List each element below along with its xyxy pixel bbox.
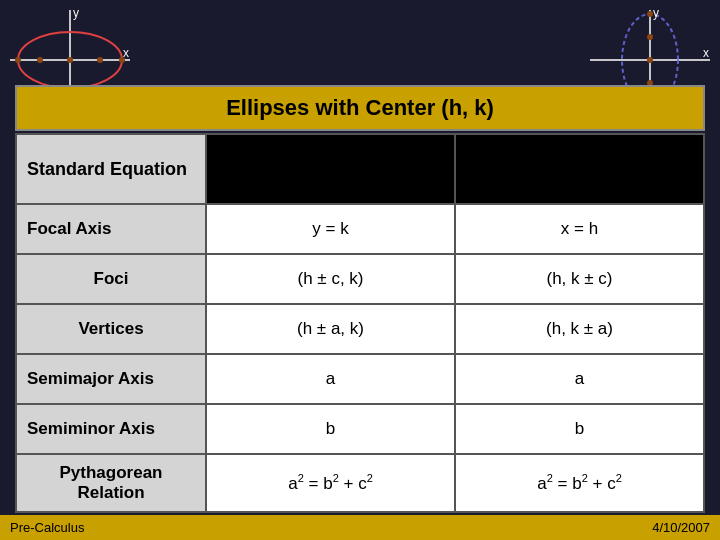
svg-point-6 bbox=[15, 57, 21, 63]
semimajor-col2: a bbox=[206, 354, 455, 404]
foci-label: Foci bbox=[16, 254, 206, 304]
svg-text:y: y bbox=[653, 6, 659, 20]
svg-point-4 bbox=[37, 57, 43, 63]
header-col1: Standard Equation bbox=[16, 134, 206, 204]
semiminor-label: Semiminor Axis bbox=[16, 404, 206, 454]
foci-col2: (h ± c, k) bbox=[206, 254, 455, 304]
semimajor-label: Semimajor Axis bbox=[16, 354, 206, 404]
table-row: Semimajor Axis a a bbox=[16, 354, 704, 404]
vertices-label: Vertices bbox=[16, 304, 206, 354]
svg-text:y: y bbox=[73, 6, 79, 20]
main-container: Ellipses with Center (h, k) Standard Equ… bbox=[15, 85, 705, 510]
pythagorean-col2: a2 = b2 + c2 bbox=[206, 454, 455, 512]
vertices-col2: (h ± a, k) bbox=[206, 304, 455, 354]
semimajor-col3: a bbox=[455, 354, 704, 404]
focal-axis-col3: x = h bbox=[455, 204, 704, 254]
table-row: Pythagorean Relation a2 = b2 + c2 a2 = b… bbox=[16, 454, 704, 512]
page-title: Ellipses with Center (h, k) bbox=[15, 85, 705, 131]
header-label: Standard Equation bbox=[27, 159, 187, 179]
ellipse-table: Standard Equation Focal Axis y = k x = h bbox=[15, 133, 705, 513]
table-row: Foci (h ± c, k) (h, k ± c) bbox=[16, 254, 704, 304]
header-col3-image bbox=[455, 134, 704, 204]
pythagorean-col3: a2 = b2 + c2 bbox=[455, 454, 704, 512]
semiminor-col2: b bbox=[206, 404, 455, 454]
svg-point-3 bbox=[67, 57, 73, 63]
table-row: Semiminor Axis b b bbox=[16, 404, 704, 454]
svg-point-13 bbox=[647, 57, 653, 63]
svg-point-14 bbox=[647, 34, 653, 40]
svg-text:x: x bbox=[123, 46, 129, 60]
focal-axis-label: Focal Axis bbox=[16, 204, 206, 254]
semiminor-col3: b bbox=[455, 404, 704, 454]
svg-point-5 bbox=[97, 57, 103, 63]
pythagorean-label: Pythagorean Relation bbox=[16, 454, 206, 512]
bottom-left-label: Pre-Calculus bbox=[10, 520, 84, 535]
table-row: Vertices (h ± a, k) (h, k ± a) bbox=[16, 304, 704, 354]
foci-col3: (h, k ± c) bbox=[455, 254, 704, 304]
vertices-col3: (h, k ± a) bbox=[455, 304, 704, 354]
table-header-row: Standard Equation bbox=[16, 134, 704, 204]
bottom-bar: Pre-Calculus 4/10/2007 bbox=[0, 515, 720, 540]
focal-axis-col2: y = k bbox=[206, 204, 455, 254]
header-col2-image bbox=[206, 134, 455, 204]
table-row: Focal Axis y = k x = h bbox=[16, 204, 704, 254]
svg-text:x: x bbox=[703, 46, 709, 60]
bottom-right-label: 4/10/2007 bbox=[652, 520, 710, 535]
